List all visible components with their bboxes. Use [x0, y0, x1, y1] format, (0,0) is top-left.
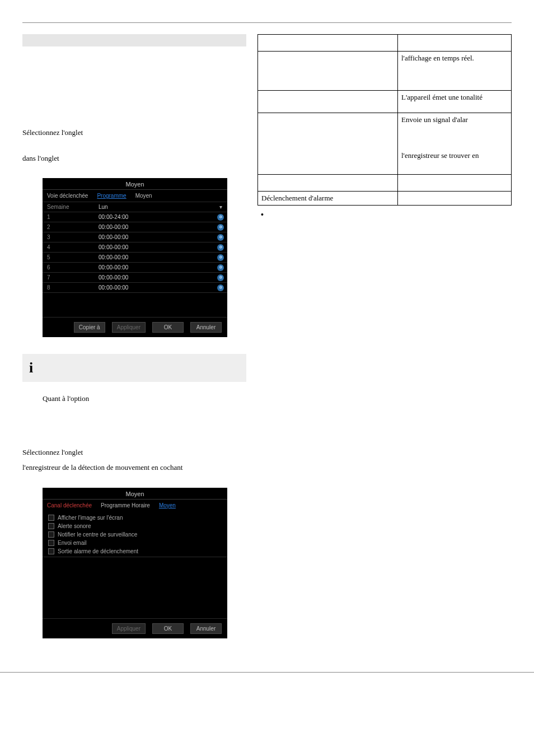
cancel-button-2[interactable]: Annuler — [190, 623, 222, 634]
ok-button-2[interactable]: OK — [152, 623, 184, 634]
row-number: 4 — [43, 244, 99, 250]
row-time[interactable]: 00:00-00:00 — [99, 274, 214, 281]
row-number: 8 — [43, 284, 99, 291]
table-row: 500:00-00:00✲ — [43, 252, 227, 262]
row-time[interactable]: 00:00-00:00 — [99, 254, 214, 260]
row-time[interactable]: 00:00-00:00 — [99, 264, 214, 270]
row-number: 5 — [43, 254, 99, 260]
info-box: i — [22, 354, 246, 382]
row-settings[interactable]: ✲ — [214, 264, 227, 271]
dialog-spacer-2 — [43, 557, 227, 618]
left-column: Sélectionnez l'onglet dans l'onglet Moye… — [22, 34, 246, 655]
tab-schedule-2[interactable]: Programme Horaire — [96, 500, 154, 511]
apply-button-2[interactable]: Appliquer — [112, 623, 146, 634]
ui-method-dialog: Moyen Canal déclenchée Programme Horaire… — [43, 488, 227, 638]
cell-alarm-signal-text: Envoie un signal d'alar — [401, 115, 468, 124]
checkbox-sound-alert[interactable]: Alerte sonore — [48, 522, 222, 530]
row-settings[interactable]: ✲ — [214, 223, 227, 231]
checkbox-notify-center[interactable]: Notifier le centre de surveillance — [48, 530, 222, 539]
row-number: 6 — [43, 264, 99, 270]
table-row: 300:00-00:00✲ — [43, 232, 227, 242]
ui-schedule-dialog: Moyen Voie déclenchée Programme Moyen Se… — [43, 178, 227, 337]
checkbox-list: Afficher l'image sur l'écran Alerte sono… — [43, 511, 227, 557]
row-time[interactable]: 00:00-24:00 — [99, 214, 214, 220]
checkbox-alarm-output[interactable]: Sortie alarme de déclenchement — [48, 547, 222, 556]
table-row: l'affichage en temps réel. — [258, 52, 512, 91]
gear-icon: ✲ — [217, 214, 224, 221]
checkbox-label: Alerte sonore — [58, 523, 91, 529]
table-row — [258, 35, 512, 52]
checkbox-icon — [48, 540, 54, 546]
info-icon: i — [29, 360, 33, 376]
row-settings[interactable]: ✲ — [214, 284, 227, 291]
table-row: Envoie un signal d'alar l'enregistreur s… — [258, 113, 512, 175]
cancel-button[interactable]: Annuler — [190, 322, 222, 333]
header-week: Semaine — [43, 204, 99, 210]
two-column-layout: Sélectionnez l'onglet dans l'onglet Moye… — [22, 34, 512, 655]
blank-space — [22, 54, 246, 127]
cell-alarm-signal: Envoie un signal d'alar l'enregistreur s… — [398, 113, 512, 175]
gear-icon: ✲ — [217, 284, 224, 291]
rec-motion-text: l'enregistreur de la détection de mouvem… — [22, 462, 246, 473]
day-dropdown-icon[interactable]: ▾ — [214, 204, 227, 210]
checkbox-icon — [48, 548, 54, 554]
table-row: 400:00-00:00✲ — [43, 242, 227, 252]
tab-method[interactable]: Moyen — [131, 190, 157, 202]
tab-channel-2[interactable]: Canal déclenchée — [43, 500, 96, 511]
table-row: L'appareil émet une tonalité — [258, 91, 512, 113]
checkbox-send-email[interactable]: Envoi email — [48, 539, 222, 547]
table-row: 100:00-24:00✲ — [43, 212, 227, 222]
checkbox-label: Envoi email — [58, 540, 87, 546]
checkbox-icon — [48, 523, 54, 529]
gear-icon: ✲ — [217, 234, 224, 241]
gear-icon: ✲ — [217, 264, 224, 271]
table-header-row: Semaine Lun ▾ — [43, 202, 227, 212]
tab-schedule[interactable]: Programme — [92, 190, 130, 202]
checkbox-icon — [48, 515, 54, 521]
row-number: 3 — [43, 234, 99, 240]
dialog-spacer — [43, 292, 227, 317]
row-number: 1 — [43, 214, 99, 220]
row-settings[interactable]: ✲ — [214, 213, 227, 221]
gear-icon: ✲ — [217, 254, 224, 261]
copy-button[interactable]: Copier à — [74, 322, 105, 333]
gear-icon: ✲ — [217, 224, 224, 231]
table-row: 600:00-00:00✲ — [43, 262, 227, 272]
checkbox-label: Sortie alarme de déclenchement — [58, 548, 138, 554]
dialog-button-row-2: Appliquer OK Annuler — [43, 618, 227, 638]
apply-button[interactable]: Appliquer — [112, 322, 146, 333]
schedule-rows: 100:00-24:00✲200:00-00:00✲300:00-00:00✲4… — [43, 212, 227, 292]
row-number: 2 — [43, 224, 99, 230]
row-time[interactable]: 00:00-00:00 — [99, 234, 214, 240]
row-settings[interactable]: ✲ — [214, 254, 227, 261]
tabs-row: Voie déclenchée Programme Moyen — [43, 189, 227, 202]
row-time[interactable]: 00:00-00:00 — [99, 284, 214, 291]
row-settings[interactable]: ✲ — [214, 274, 227, 281]
checkbox-show-image[interactable]: Afficher l'image sur l'écran — [48, 514, 222, 522]
row-number: 7 — [43, 274, 99, 281]
cell-realtime: l'affichage en temps réel. — [398, 52, 512, 91]
right-column: l'affichage en temps réel. L'appareil ém… — [257, 34, 512, 655]
checkbox-label: Notifier le centre de surveillance — [58, 531, 137, 538]
cell-recorder-text: l'enregistreur se trouver en — [401, 151, 479, 160]
row-settings[interactable]: ✲ — [214, 244, 227, 251]
header-day: Lun — [99, 204, 214, 210]
tab-method-2[interactable]: Moyen — [154, 500, 180, 511]
table-row — [258, 175, 512, 192]
tab-channel[interactable]: Voie déclenchée — [43, 190, 92, 202]
table-row: 700:00-00:00✲ — [43, 272, 227, 282]
row-time[interactable]: 00:00-00:00 — [99, 244, 214, 250]
tabs-row-2: Canal déclenchée Programme Horaire Moyen — [43, 499, 227, 511]
document-page: Sélectionnez l'onglet dans l'onglet Moye… — [0, 0, 534, 673]
select-tab-2-text: Sélectionnez l'onglet — [22, 447, 246, 458]
top-rule — [22, 22, 512, 23]
row-settings[interactable]: ✲ — [214, 234, 227, 241]
checkbox-icon — [48, 531, 54, 538]
dialog-title: Moyen — [43, 178, 227, 189]
when-option-text: Quant à l'option — [22, 393, 246, 404]
row-time[interactable]: 00:00-00:00 — [99, 224, 214, 230]
spacer — [22, 419, 246, 447]
gear-icon: ✲ — [217, 274, 224, 281]
ok-button[interactable]: OK — [152, 322, 184, 333]
cell-tonality: L'appareil émet une tonalité — [398, 91, 512, 113]
